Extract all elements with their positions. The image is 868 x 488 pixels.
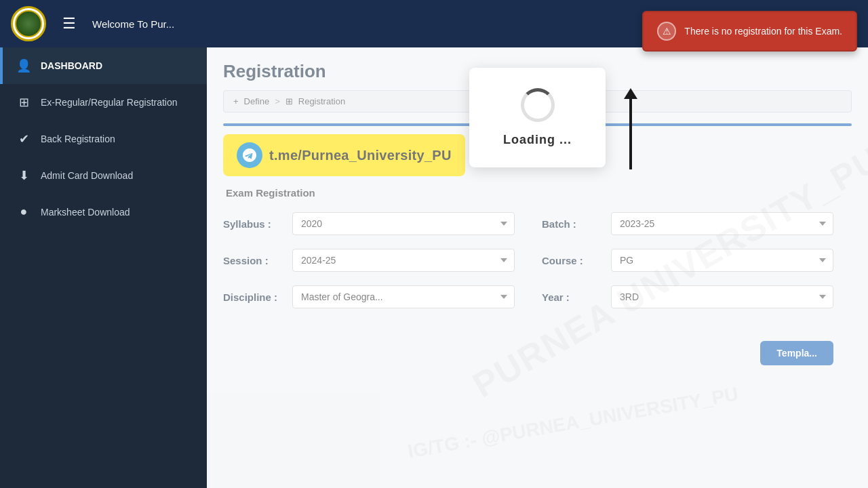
- loading-box: Loading ...: [469, 68, 606, 167]
- dashboard-icon: 👤: [16, 58, 31, 73]
- sidebar-item-marksheet[interactable]: ● Marksheet Download: [0, 194, 207, 230]
- admit-card-icon: ⬇: [16, 168, 31, 183]
- error-toast: ⚠ There is no registration for this Exam…: [642, 11, 857, 52]
- sidebar-label-ex-regular: Ex-Regular/Regular Registration: [41, 97, 178, 108]
- sidebar-label-marksheet: Marksheet Download: [41, 207, 130, 218]
- sidebar-label-admit-card: Admit Card Download: [41, 170, 133, 181]
- main-layout: 👤 DASHBOARD ⊞ Ex-Regular/Regular Registr…: [0, 47, 868, 488]
- content-area: PURNEA UNIVERSITY_PU IG/TG :- @PURNEA_UN…: [207, 47, 868, 488]
- logo-image: [15, 10, 42, 37]
- back-reg-icon: ✔: [16, 131, 31, 146]
- sidebar-item-dashboard[interactable]: 👤 DASHBOARD: [0, 47, 207, 84]
- marksheet-icon: ●: [16, 205, 31, 219]
- sidebar-item-back-registration[interactable]: ✔ Back Registration: [0, 121, 207, 157]
- sidebar-item-ex-regular[interactable]: ⊞ Ex-Regular/Regular Registration: [0, 84, 207, 121]
- error-icon: ⚠: [657, 22, 676, 41]
- logo: [11, 6, 46, 41]
- error-message: There is no registration for this Exam.: [684, 26, 842, 37]
- sidebar-item-admit-card[interactable]: ⬇ Admit Card Download: [0, 157, 207, 194]
- loading-text: Loading ...: [503, 133, 572, 147]
- hamburger-menu[interactable]: ☰: [57, 12, 81, 35]
- sidebar: 👤 DASHBOARD ⊞ Ex-Regular/Regular Registr…: [0, 47, 207, 488]
- loading-overlay: Loading ...: [207, 47, 868, 488]
- arrow-annotation: [624, 88, 637, 169]
- ex-regular-icon: ⊞: [16, 95, 31, 110]
- loading-spinner: [521, 88, 555, 122]
- sidebar-label-dashboard: DASHBOARD: [41, 60, 102, 71]
- sidebar-label-back-reg: Back Registration: [41, 134, 115, 144]
